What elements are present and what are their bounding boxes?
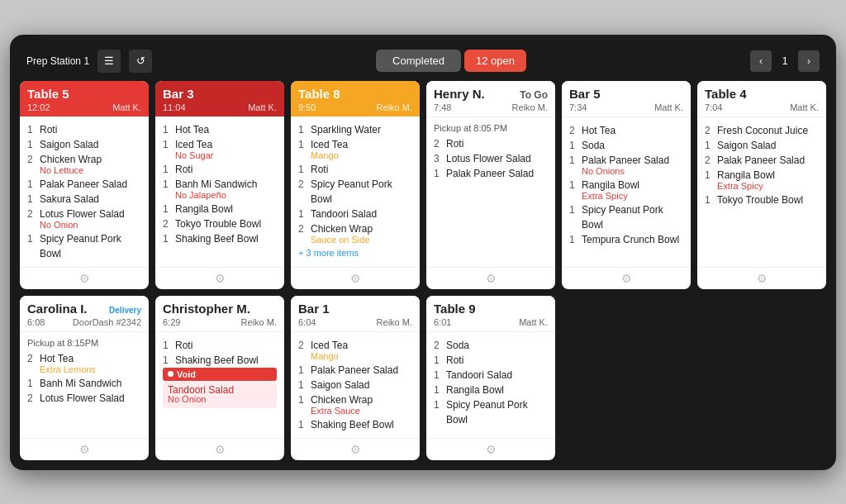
card-bar5: Bar 5 7:34 Matt K. 2Hot Tea 1Soda 1Palak… — [562, 81, 691, 289]
card-christopher-header: Christopher M. 6:29 Reiko M. — [155, 296, 284, 332]
card-bar1: Bar 1 6:04 Reiko M. 2Iced Tea Mango 1Pal… — [291, 296, 420, 460]
list-item: 1Sakura Salad — [27, 192, 141, 207]
card-christopher-server: Reiko M. — [241, 317, 277, 327]
card-table9-server: Matt K. — [519, 317, 548, 327]
top-bar-left: Prep Station 1 ☰ ↺ — [26, 50, 152, 73]
card-table9-header: Table 9 6:01 Matt K. — [426, 296, 555, 332]
list-item: 1Tandoori Salad — [298, 207, 412, 221]
settings-icon[interactable]: ⚙ — [621, 272, 632, 285]
card-bar3-header: Bar 3 11:04 Matt K. — [155, 81, 284, 116]
card-bar5-title: Bar 5 — [569, 87, 601, 101]
settings-icon[interactable]: ⚙ — [486, 272, 497, 285]
list-item: 1Saigon Salad — [705, 138, 819, 153]
card-table9: Table 9 6:01 Matt K. 2Soda 1Roti 1Tandoo… — [426, 296, 555, 460]
card-table5-header: Table 5 12:02 Matt K. — [20, 81, 149, 116]
settings-icon[interactable]: ⚙ — [79, 443, 90, 456]
tab-completed[interactable]: Completed — [376, 50, 461, 72]
card-table4-body: 2Fresh Coconut Juice 1Saigon Salad 2Pala… — [697, 117, 826, 267]
card-carolina-time: 6:08 — [27, 317, 45, 327]
card-christopher-body: 1Roti 1Shaking Beef Bowl Void Tandoori S… — [155, 332, 284, 438]
pickup-note: Pickup at 8:05 PM — [434, 123, 548, 133]
list-item: 2Hot Tea — [569, 123, 683, 138]
menu-icon: ☰ — [104, 55, 114, 67]
list-item: 1Tempura Crunch Bowl — [569, 232, 683, 247]
card-table8-server: Reiko M. — [377, 102, 412, 112]
card-table8-header: Table 8 9:50 Reiko M. — [291, 81, 420, 116]
card-table9-footer: ⚙ — [426, 438, 555, 460]
list-item: 1Spicy Peanut Pork Bowl — [27, 231, 141, 261]
list-item: 1Roti — [27, 122, 141, 137]
cards-grid: Table 5 12:02 Matt K. 1Roti 1Saigon Sala… — [20, 81, 826, 460]
refresh-button[interactable]: ↺ — [129, 50, 152, 73]
card-bar1-title: Bar 1 — [298, 302, 330, 316]
page-next-button[interactable]: › — [798, 50, 820, 72]
menu-button[interactable]: ☰ — [97, 50, 121, 73]
card-carolina-footer: ⚙ — [20, 438, 149, 460]
card-bar1-time: 6:04 — [298, 317, 316, 327]
card-bar3-footer: ⚙ — [155, 267, 284, 289]
nav-tabs: Completed 12 open — [376, 50, 526, 72]
card-bar5-footer: ⚙ — [562, 267, 691, 289]
list-item: 1Sparkling Water — [298, 122, 412, 137]
card-christopher-time: 6:29 — [163, 317, 180, 327]
tab-open[interactable]: 12 open — [464, 50, 526, 72]
card-table8-time: 9:50 — [298, 102, 316, 112]
card-table4-footer: ⚙ — [697, 267, 826, 289]
card-table5: Table 5 12:02 Matt K. 1Roti 1Saigon Sala… — [20, 81, 149, 289]
card-henry-header: Henry N. To Go 7:48 Reiko M. — [426, 81, 555, 117]
more-items-link[interactable]: + 3 more items — [298, 248, 412, 258]
list-item: 1Rangila Bowl — [434, 383, 548, 397]
top-bar: Prep Station 1 ☰ ↺ Completed 12 open ‹ 1… — [20, 45, 826, 81]
list-item: 1Palak Paneer Salad — [27, 177, 141, 192]
list-item: 2Spicy Peanut Pork Bowl — [298, 177, 412, 207]
card-carolina-header: Carolina I. Delivery 6:08 DoorDash #2342 — [20, 296, 149, 332]
settings-icon[interactable]: ⚙ — [350, 272, 361, 285]
list-item: 1Tokyo Trouble Bowl — [705, 193, 819, 207]
void-label: Void — [177, 369, 196, 379]
list-item: 2Lotus Flower Salad — [27, 391, 141, 406]
card-christopher: Christopher M. 6:29 Reiko M. 1Roti 1Shak… — [155, 296, 284, 460]
settings-icon[interactable]: ⚙ — [757, 272, 768, 285]
card-table9-title: Table 9 — [434, 302, 476, 316]
card-bar1-header: Bar 1 6:04 Reiko M. — [291, 296, 420, 332]
card-carolina-delivery-sub: DoorDash #2342 — [73, 317, 141, 327]
void-badge: Void — [163, 368, 277, 381]
list-item: 1Spicy Peanut Pork Bowl — [569, 202, 683, 232]
card-bar5-header: Bar 5 7:34 Matt K. — [562, 81, 691, 117]
card-table4-time: 7:04 — [705, 102, 722, 112]
list-item: 2Roti — [434, 136, 548, 151]
card-table9-body: 2Soda 1Roti 1Tandoori Salad 1Rangila Bow… — [426, 332, 555, 438]
card-bar3-title: Bar 3 — [163, 87, 194, 101]
settings-icon[interactable]: ⚙ — [486, 443, 497, 456]
list-item: 1Palak Paneer Salad — [569, 153, 683, 168]
list-item: 2Chicken Wrap — [298, 221, 412, 236]
card-henry-time: 7:48 — [434, 102, 451, 112]
card-henry-title: Henry N. — [434, 87, 485, 101]
settings-icon[interactable]: ⚙ — [215, 443, 226, 456]
card-carolina: Carolina I. Delivery 6:08 DoorDash #2342… — [20, 296, 149, 460]
list-item: 1Soda — [569, 138, 683, 153]
settings-icon[interactable]: ⚙ — [79, 272, 90, 285]
list-item: 1Banh Mi Sandwich — [27, 376, 141, 391]
list-item: 1Shaking Beef Bowl — [298, 417, 412, 432]
card-bar5-time: 7:34 — [569, 102, 587, 112]
card-bar5-server: Matt K. — [654, 102, 683, 112]
list-item: 2Tokyo Trouble Bowl — [163, 216, 277, 231]
card-henry-body: Pickup at 8:05 PM 2Roti 3Lotus Flower Sa… — [426, 117, 555, 267]
settings-icon[interactable]: ⚙ — [350, 443, 361, 456]
list-item: 1Rangila Bowl — [705, 168, 819, 183]
settings-icon[interactable]: ⚙ — [215, 272, 226, 285]
card-carolina-body: Pickup at 8:15PM 2Hot Tea Extra Lemons 1… — [20, 332, 149, 438]
list-item: 1Banh Mi Sandwich — [163, 177, 277, 192]
card-carolina-badge: Delivery — [109, 306, 141, 315]
list-item: 1Saigon Salad — [27, 137, 141, 152]
list-item: 1Palak Paneer Salad — [434, 166, 548, 181]
list-item: 1Iced Tea — [163, 137, 277, 152]
list-item: 1Saigon Salad — [298, 378, 412, 392]
page-prev-button[interactable]: ‹ — [750, 50, 772, 72]
list-item: 1Shaking Beef Bowl — [163, 353, 277, 368]
list-item: 1Spicy Peanut Pork Bowl — [434, 397, 548, 427]
card-table8: Table 8 9:50 Reiko M. 1Sparkling Water 1… — [291, 81, 420, 289]
card-bar3-body: 1Hot Tea 1Iced Tea No Sugar 1Roti 1Banh … — [155, 116, 284, 267]
card-bar3-server: Matt K. — [248, 102, 277, 112]
